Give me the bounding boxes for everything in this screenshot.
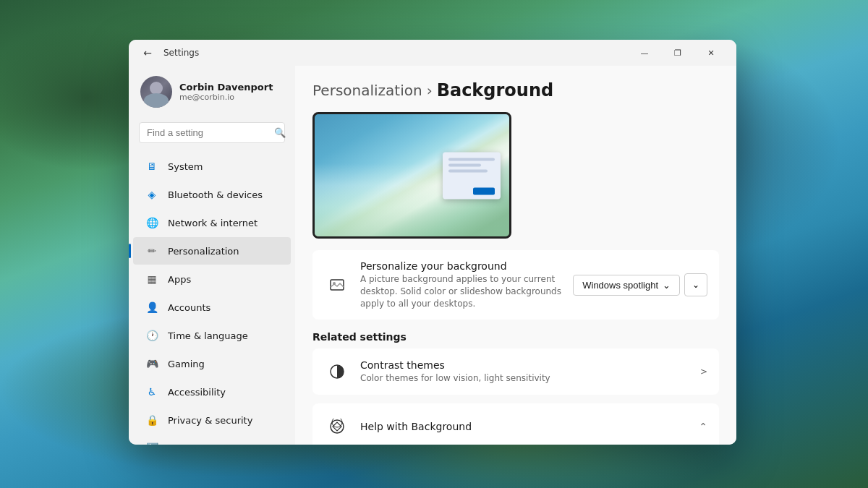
privacy-icon: 🔒 [145,413,159,427]
sidebar-item-label: Network & internet [168,218,258,228]
search-icon: 🔍 [274,127,286,138]
dialog-button [473,187,495,194]
sidebar-item-personalization[interactable]: ✏ Personalization [133,237,291,265]
breadcrumb-parent[interactable]: Personalization [312,82,422,99]
sidebar-item-network[interactable]: 🌐 Network & internet [133,209,291,236]
sidebar-item-label: Privacy & security [168,415,252,426]
user-info: Corbin Davenport me@corbin.io [179,82,284,102]
apps-icon: ▦ [145,272,159,286]
window-title: Settings [163,48,199,58]
help-title: Help with Background [360,421,472,432]
sidebar-item-time[interactable]: 🕐 Time & language [133,322,291,349]
sidebar-item-label: Windows Update [168,443,247,445]
contrast-themes-row[interactable]: Contrast themes Color themes for low vis… [312,348,719,395]
sidebar-item-label: Gaming [168,359,205,369]
background-dropdown-value: Windows spotlight [582,280,658,291]
restore-button[interactable]: ❐ [661,41,694,64]
search-container: 🔍 [129,118,295,152]
search-box[interactable]: 🔍 [139,122,285,143]
accounts-icon: 👤 [145,300,159,314]
help-row-left: Help with Background [324,414,472,440]
breadcrumb-separator: › [427,82,433,99]
time-icon: 🕐 [145,328,159,343]
main-panel: Personalization › Background [295,66,736,445]
sidebar-item-accessibility[interactable]: ♿ Accessibility [133,378,291,406]
sidebar-item-bluetooth[interactable]: ◈ Bluetooth & devices [133,181,291,208]
help-row[interactable]: Help with Background ⌃ [312,403,719,445]
sidebar-item-accounts[interactable]: 👤 Accounts [133,294,291,321]
dialog-line [448,158,495,160]
related-settings-card: Contrast themes Color themes for low vis… [312,348,719,395]
chevron-right-icon: > [700,367,707,377]
breadcrumb: Personalization › Background [312,80,719,100]
sidebar-item-label: Personalization [168,246,239,257]
background-setting-card: Personalize your background A picture ba… [312,250,719,320]
user-profile[interactable]: Corbin Davenport me@corbin.io [129,66,295,118]
personalization-icon: ✏ [145,244,159,258]
preview-dialog [443,152,501,199]
background-preview [312,112,511,239]
related-settings-label: Related settings [312,331,719,343]
user-email: me@corbin.io [179,93,284,102]
contrast-themes-icon [324,359,350,385]
sidebar-item-system[interactable]: 🖥 System [133,153,291,180]
back-button[interactable]: ← [137,43,158,63]
bluetooth-icon: ◈ [145,187,159,202]
background-icon [324,272,350,298]
expand-button[interactable]: ⌄ [684,273,707,296]
background-dropdown[interactable]: Windows spotlight ⌄ [573,275,680,296]
contrast-themes-desc: Color themes for low vision, light sensi… [360,372,690,385]
contrast-themes-title: Contrast themes [360,359,690,371]
close-button[interactable]: ✕ [694,41,728,64]
preview-container [312,112,719,239]
main-content: Corbin Davenport me@corbin.io 🔍 🖥 System… [129,66,736,445]
sidebar: Corbin Davenport me@corbin.io 🔍 🖥 System… [129,66,295,445]
help-icon [324,414,350,440]
sidebar-item-label: Bluetooth & devices [168,189,263,200]
update-icon: 🔄 [145,441,159,445]
sidebar-item-apps[interactable]: ▦ Apps [133,265,291,293]
background-setting-desc: A picture background applies to your cur… [360,273,563,309]
titlebar-controls: — ❐ ✕ [628,41,728,64]
sidebar-item-label: Accessibility [168,387,226,398]
collapse-icon[interactable]: ⌃ [699,421,707,432]
chevron-down-icon: ⌄ [663,280,671,291]
dialog-line [448,169,488,172]
network-icon: 🌐 [145,215,159,230]
minimize-button[interactable]: — [628,41,661,64]
contrast-themes-text: Contrast themes Color themes for low vis… [360,359,690,385]
settings-window: ← Settings — ❐ ✕ Corbin Davenport me@cor… [129,40,736,445]
chevron-down-icon: ⌄ [692,280,699,290]
background-setting-control: Windows spotlight ⌄ ⌄ [573,273,707,296]
background-setting-text: Personalize your background A picture ba… [360,260,563,309]
dialog-line [448,163,481,166]
avatar [140,76,172,108]
titlebar: ← Settings — ❐ ✕ [129,40,736,66]
background-setting-row: Personalize your background A picture ba… [312,250,719,320]
search-input[interactable] [147,127,268,138]
background-setting-title: Personalize your background [360,260,563,272]
sidebar-item-privacy[interactable]: 🔒 Privacy & security [133,406,291,434]
gaming-icon: 🎮 [145,356,159,371]
dialog-lines [443,152,501,178]
user-name: Corbin Davenport [179,82,284,93]
sidebar-item-label: System [168,161,203,172]
sidebar-item-update[interactable]: 🔄 Windows Update [133,435,291,445]
breadcrumb-current: Background [437,80,554,100]
sidebar-item-label: Time & language [168,330,248,341]
sidebar-item-label: Apps [168,274,191,285]
sidebar-item-gaming[interactable]: 🎮 Gaming [133,350,291,377]
sidebar-item-label: Accounts [168,302,210,313]
accessibility-icon: ♿ [145,385,159,399]
titlebar-left: ← Settings [137,43,199,63]
system-icon: 🖥 [145,159,159,174]
